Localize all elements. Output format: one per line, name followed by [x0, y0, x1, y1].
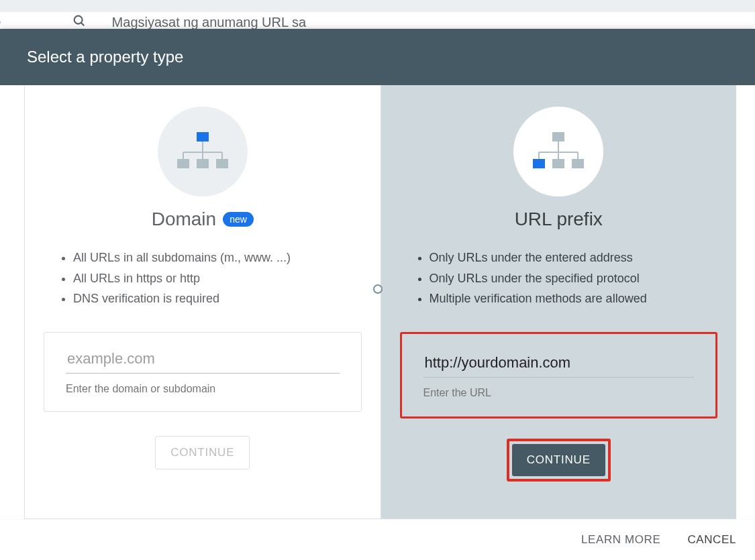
svg-rect-17: [533, 159, 545, 168]
url-prefix-bullets: Only URLs under the entered address Only…: [400, 247, 718, 309]
list-item: Multiple verification methods are allowe…: [430, 288, 718, 309]
domain-input-helper: Enter the domain or subdomain: [66, 383, 340, 395]
url-prefix-title-text: URL prefix: [515, 209, 603, 230]
svg-rect-18: [552, 159, 564, 168]
new-badge: new: [223, 212, 254, 227]
sitemap-icon: [158, 107, 248, 197]
cancel-button[interactable]: CANCEL: [687, 533, 736, 547]
list-item: DNS verification is required: [73, 288, 362, 309]
list-item: Only URLs under the entered address: [430, 247, 718, 268]
url-prefix-input-block: Enter the URL: [400, 332, 718, 418]
domain-card-title: Domain new: [152, 209, 254, 230]
dialog-footer: LEARN MORE CANCEL: [0, 519, 755, 560]
list-item: Only URLs under the specified protocol: [430, 268, 718, 289]
url-prefix-input[interactable]: [423, 349, 695, 378]
continue-highlight-box: CONTINUE: [507, 439, 611, 482]
svg-line-1: [81, 22, 84, 25]
learn-more-link[interactable]: LEARN MORE: [581, 533, 660, 547]
url-prefix-card-title: URL prefix: [515, 209, 603, 230]
svg-rect-10: [216, 159, 228, 168]
svg-rect-19: [572, 159, 584, 168]
svg-rect-8: [177, 159, 189, 168]
domain-input-block: Enter the domain or subdomain: [44, 332, 362, 412]
domain-bullets: All URLs in all subdomains (m., www. ...…: [44, 247, 362, 309]
url-prefix-card: URL prefix Only URLs under the entered a…: [381, 85, 737, 519]
search-placeholder-fragment: Magsiyasat ng anumang URL sa: [112, 15, 306, 30]
svg-rect-9: [197, 159, 209, 168]
domain-continue-button[interactable]: CONTINUE: [155, 436, 250, 469]
svg-rect-11: [552, 132, 564, 142]
dialog-title: Select a property type: [0, 29, 755, 85]
or-divider-icon: [373, 284, 383, 294]
url-prefix-input-helper: Enter the URL: [423, 387, 695, 399]
sitemap-icon: [513, 107, 603, 197]
list-item: All URLs in all subdomains (m., www. ...…: [73, 247, 362, 268]
domain-input[interactable]: [66, 345, 340, 374]
svg-point-0: [74, 15, 82, 23]
property-type-dialog: Select a property type Domain n: [0, 29, 755, 560]
url-prefix-continue-button[interactable]: CONTINUE: [512, 444, 605, 476]
domain-title-text: Domain: [152, 209, 216, 230]
list-item: All URLs in https or http: [73, 268, 362, 289]
svg-rect-2: [197, 132, 209, 142]
dialog-body: Domain new All URLs in all subdomains (m…: [0, 85, 755, 519]
domain-card: Domain new All URLs in all subdomains (m…: [24, 85, 381, 519]
